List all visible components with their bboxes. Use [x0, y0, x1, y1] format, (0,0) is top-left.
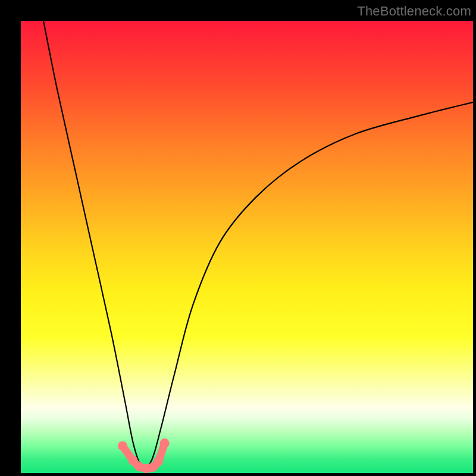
bottleneck-curve [43, 21, 473, 469]
marker-dot [160, 439, 170, 448]
curve-group [43, 21, 473, 473]
chart-frame: TheBottleneck.com [0, 0, 476, 476]
watermark-text: TheBottleneck.com [357, 4, 471, 19]
marker-dot [118, 441, 127, 450]
plot-area [21, 21, 473, 473]
bottleneck-curve-svg [21, 21, 473, 473]
marker-dot [154, 456, 163, 466]
near-optimal-markers [118, 439, 170, 473]
